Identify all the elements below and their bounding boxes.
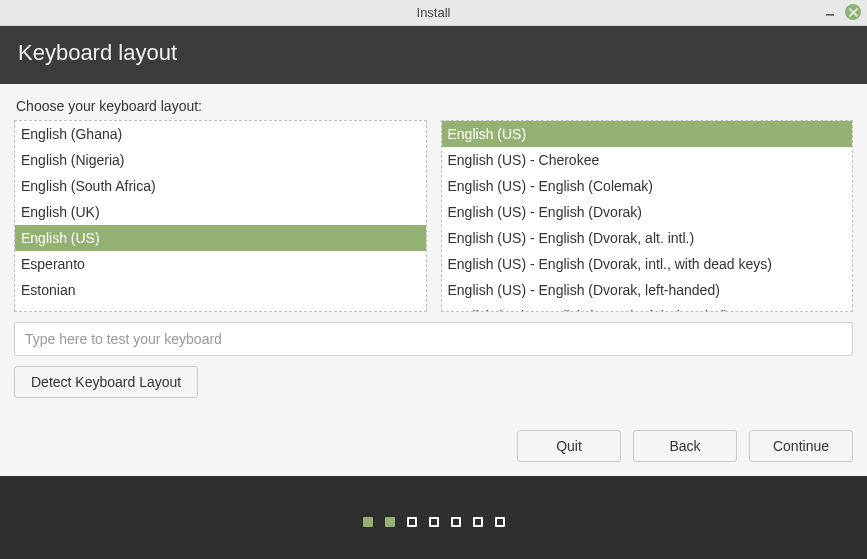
quit-button[interactable]: Quit bbox=[517, 430, 621, 462]
left-list-item[interactable]: Faroese bbox=[15, 303, 426, 311]
window-title: Install bbox=[417, 5, 451, 20]
left-list-item[interactable]: Estonian bbox=[15, 277, 426, 303]
footer bbox=[0, 476, 867, 559]
detect-row: Detect Keyboard Layout bbox=[14, 366, 853, 398]
keyboard-test-input-wrap bbox=[14, 322, 853, 356]
page-title: Keyboard layout bbox=[18, 40, 177, 65]
left-list-item[interactable]: English (Ghana) bbox=[15, 121, 426, 147]
pager-dot[interactable] bbox=[429, 517, 439, 527]
detect-keyboard-button[interactable]: Detect Keyboard Layout bbox=[14, 366, 198, 398]
pager bbox=[363, 517, 505, 527]
right-list-item[interactable]: English (US) - English (Dvorak, alt. int… bbox=[442, 225, 853, 251]
svg-rect-0 bbox=[826, 14, 834, 16]
layout-lists: English (Ghana)English (Nigeria)English … bbox=[14, 120, 853, 312]
left-list-item[interactable]: English (UK) bbox=[15, 199, 426, 225]
continue-button[interactable]: Continue bbox=[749, 430, 853, 462]
left-list-item[interactable]: English (South Africa) bbox=[15, 173, 426, 199]
prompt-label: Choose your keyboard layout: bbox=[16, 98, 853, 114]
minimize-button[interactable] bbox=[823, 5, 837, 19]
left-list-item[interactable]: Esperanto bbox=[15, 251, 426, 277]
back-button[interactable]: Back bbox=[633, 430, 737, 462]
layout-list-left[interactable]: English (Ghana)English (Nigeria)English … bbox=[14, 120, 427, 312]
right-list-item[interactable]: English (US) - English (Dvorak, left-han… bbox=[442, 277, 853, 303]
right-list-item[interactable]: English (US) - English (Dvorak) bbox=[442, 199, 853, 225]
pager-dot[interactable] bbox=[385, 517, 395, 527]
pager-dot[interactable] bbox=[451, 517, 461, 527]
left-list-item[interactable]: English (Nigeria) bbox=[15, 147, 426, 173]
titlebar: Install bbox=[0, 0, 867, 26]
page-header: Keyboard layout bbox=[0, 26, 867, 84]
pager-dot[interactable] bbox=[407, 517, 417, 527]
pager-dot[interactable] bbox=[473, 517, 483, 527]
pager-dot[interactable] bbox=[363, 517, 373, 527]
nav-row: Quit Back Continue bbox=[14, 430, 853, 474]
right-list-item[interactable]: English (US) - English (Dvorak, intl., w… bbox=[442, 251, 853, 277]
right-list-item[interactable]: English (US) bbox=[442, 121, 853, 147]
layout-list-right[interactable]: English (US)English (US) - CherokeeEngli… bbox=[441, 120, 854, 312]
content: Choose your keyboard layout: English (Gh… bbox=[0, 84, 867, 476]
close-button[interactable] bbox=[845, 4, 861, 20]
right-list-item[interactable]: English (US) - English (Colemak) bbox=[442, 173, 853, 199]
right-list-item[interactable]: English (US) - Cherokee bbox=[442, 147, 853, 173]
left-list-item[interactable]: English (US) bbox=[15, 225, 426, 251]
pager-dot[interactable] bbox=[495, 517, 505, 527]
right-list-item[interactable]: English (US) - English (Dvorak, right-ha… bbox=[442, 303, 853, 311]
titlebar-controls bbox=[823, 4, 861, 20]
keyboard-test-input[interactable] bbox=[15, 331, 852, 347]
